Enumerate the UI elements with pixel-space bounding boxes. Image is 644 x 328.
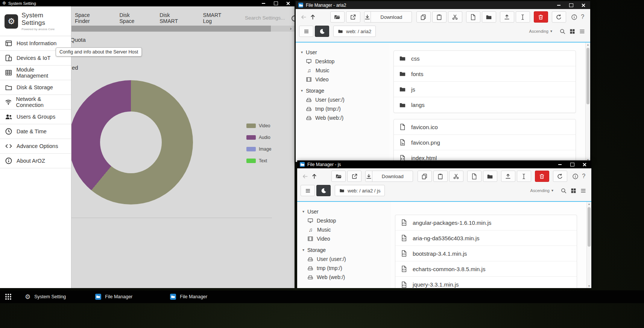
upload-button[interactable] <box>501 171 515 182</box>
scroll-down-arrow[interactable]: ▼ <box>587 285 591 287</box>
scrollbar[interactable]: ▲ ▼ <box>585 43 590 162</box>
sidebar-item-module-management[interactable]: Module Management <box>0 66 71 80</box>
tree-item-user-drive[interactable]: User (user:/) <box>302 255 391 264</box>
minimize-button[interactable] <box>261 1 266 6</box>
file-row[interactable]: fonts <box>394 66 576 82</box>
sidebar-item-advance-options[interactable]: Advance Options <box>0 139 71 154</box>
new-folder-button[interactable] <box>482 11 496 23</box>
grid-view-button[interactable] <box>568 185 578 196</box>
sidebar-item-network-connection[interactable]: Network & Connection <box>0 95 71 110</box>
tree-item-web-drive[interactable]: Web (web:/) <box>301 113 390 122</box>
tree-item-tmp-drive[interactable]: tmp (tmp:/) <box>302 264 391 273</box>
tab-space-finder[interactable]: Space Finder <box>75 12 105 24</box>
tree-item-music[interactable]: ♫ Music <box>302 225 391 234</box>
open-new-window-button[interactable] <box>346 11 360 23</box>
scrollbar-thumb[interactable] <box>586 48 589 104</box>
tree-section-user[interactable]: ▾ User <box>301 48 390 57</box>
open-folder-button[interactable] <box>330 11 345 23</box>
sidebar-item-about-aroz[interactable]: About ArOZ <box>0 154 71 168</box>
file-row[interactable]: favicon.png <box>394 135 576 150</box>
help-button[interactable]: ? <box>579 171 588 182</box>
refresh-button[interactable] <box>552 11 566 23</box>
file-row[interactable]: favicon.ico <box>394 119 576 135</box>
tree-section-storage[interactable]: ▾ Storage <box>301 86 390 95</box>
scroll-up-arrow[interactable]: ▲ <box>587 203 591 205</box>
tree-item-tmp-drive[interactable]: tmp (tmp:/) <box>301 104 390 113</box>
new-folder-button[interactable] <box>483 171 497 182</box>
search-button[interactable] <box>557 26 567 37</box>
file-row[interactable]: angular-packages-1.6.10.min.js <box>395 215 577 230</box>
paste-button[interactable] <box>433 171 448 182</box>
taskbar-item-system-setting[interactable]: ⚙ System Setting <box>25 291 66 302</box>
file-row[interactable]: echarts-common-3.8.5.min.js <box>395 261 577 277</box>
open-new-window-button[interactable] <box>347 171 361 182</box>
search-input[interactable] <box>245 15 295 21</box>
scroll-right-arrow[interactable]: › <box>287 26 295 32</box>
rename-button[interactable] <box>516 11 530 23</box>
maximize-button[interactable] <box>273 1 278 6</box>
taskbar-item-file-manager-2[interactable]: File Manager <box>170 291 207 302</box>
cut-button[interactable] <box>449 171 463 182</box>
properties-button[interactable] <box>570 12 579 22</box>
scrollbar-thumb[interactable] <box>71 26 271 32</box>
tree-item-video[interactable]: Video <box>302 234 391 243</box>
tree-item-desktop[interactable]: Desktop <box>301 57 390 66</box>
close-button[interactable] <box>581 3 586 8</box>
download-button[interactable]: Download <box>365 171 413 182</box>
grid-view-button[interactable] <box>567 26 577 37</box>
file-row[interactable]: jquery-3.3.1.min.js <box>395 277 577 288</box>
up-button[interactable] <box>310 171 319 182</box>
new-file-button[interactable] <box>467 171 481 182</box>
minimize-button[interactable] <box>556 3 561 8</box>
menu-button[interactable] <box>299 26 313 37</box>
download-button[interactable]: Download <box>364 11 412 23</box>
scrollbar-thumb[interactable] <box>588 207 591 247</box>
paste-button[interactable] <box>432 11 447 23</box>
list-view-button[interactable] <box>577 26 587 37</box>
tree-section-storage[interactable]: ▾ Storage <box>302 246 391 255</box>
system-settings-titlebar[interactable]: ⚙ System Setting <box>0 0 295 6</box>
tree-item-desktop[interactable]: Desktop <box>302 216 391 225</box>
maximize-button[interactable] <box>570 162 575 167</box>
properties-button[interactable] <box>571 171 580 182</box>
tree-item-web-drive[interactable]: Web (web:/) <box>302 273 391 282</box>
refresh-button[interactable] <box>553 171 567 182</box>
file-row[interactable]: aria-ng-da5356c403.min.js <box>395 230 577 246</box>
copy-button[interactable] <box>418 171 432 182</box>
tree-item-user-drive[interactable]: User (user:/) <box>301 95 390 104</box>
upload-button[interactable] <box>500 11 514 23</box>
up-button[interactable] <box>308 12 317 22</box>
scrollbar[interactable]: ▲ ▼ <box>586 202 591 288</box>
sidebar-item-date-time[interactable]: Date & Time <box>0 124 71 139</box>
new-file-button[interactable] <box>466 11 480 23</box>
sidebar-item-users-groups[interactable]: Users & Groups <box>0 110 71 124</box>
menu-button[interactable] <box>301 185 315 196</box>
file-row[interactable]: js <box>394 82 576 97</box>
breadcrumb[interactable]: web: / aria2 / js <box>335 185 385 196</box>
search-button[interactable] <box>559 185 568 196</box>
maximize-button[interactable] <box>568 3 574 8</box>
tree-item-music[interactable]: ♫ Music <box>301 66 390 75</box>
tree-section-user[interactable]: ▾ User <box>302 207 391 216</box>
close-button[interactable] <box>582 162 587 167</box>
delete-button[interactable] <box>535 171 549 182</box>
list-view-button[interactable] <box>578 185 588 196</box>
taskbar-item-file-manager-1[interactable]: File Manager <box>95 291 132 302</box>
file-row[interactable]: css <box>394 51 576 66</box>
fm1-titlebar[interactable]: File Manager - aria2 <box>296 1 590 9</box>
sidebar-item-disk-storage[interactable]: Disk & Storage <box>0 80 71 95</box>
dark-mode-button[interactable] <box>315 26 329 37</box>
back-button[interactable] <box>299 12 308 22</box>
tab-disk-smart[interactable]: Disk SMART <box>159 12 188 24</box>
file-row[interactable]: bootstrap-3.4.1.min.js <box>395 246 577 261</box>
file-row[interactable]: langs <box>394 97 576 113</box>
cut-button[interactable] <box>448 11 462 23</box>
dark-mode-button[interactable] <box>316 185 331 196</box>
scroll-up-arrow[interactable]: ▲ <box>586 43 590 46</box>
breadcrumb[interactable]: web: / aria2 <box>333 26 376 37</box>
close-button[interactable] <box>286 1 291 6</box>
tab-disk-space[interactable]: Disk Space <box>120 12 145 24</box>
apps-grid-button[interactable] <box>3 291 14 302</box>
delete-button[interactable] <box>534 11 548 23</box>
copy-button[interactable] <box>416 11 431 23</box>
